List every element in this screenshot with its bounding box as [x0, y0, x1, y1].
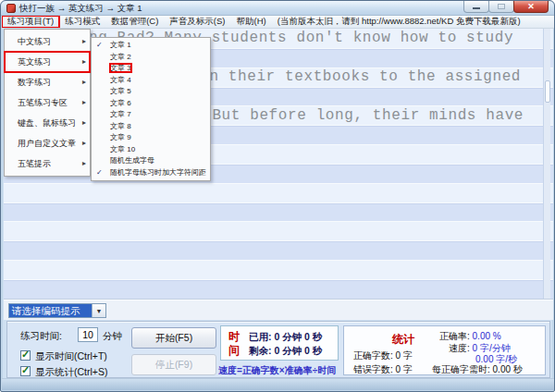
menu-item-sound[interactable]: 声音及标示(S)	[164, 16, 230, 28]
submenu-item-article-4[interactable]: 文章 4	[92, 75, 210, 87]
text-row	[4, 221, 553, 240]
input-row	[4, 202, 553, 222]
practice-project-menu: 中文练习▸ 英文练习▸ 数字练习▸ 五笔练习专区▸ 键盘、鼠标练习▸ 用户自定义…	[4, 29, 91, 177]
menu-item-wubi-hint[interactable]: 五笔提示▸	[5, 153, 90, 174]
start-button[interactable]: 开始(F5)	[131, 327, 216, 349]
submenu-arrow-icon: ▸	[82, 92, 86, 113]
time-box: 时 间 已用: 0 分钟 0 秒 剩余: 0 分钟 0 秒	[220, 325, 339, 361]
menu-item-wubi-zone[interactable]: 五笔练习专区▸	[5, 92, 90, 113]
app-icon	[6, 4, 16, 13]
submenu-item-article-10[interactable]: 文章 10	[92, 144, 210, 156]
submenu-arrow-icon: ▸	[82, 52, 86, 72]
submenu-item-article-9[interactable]: 文章 9	[92, 132, 210, 144]
submenu-arrow-icon: ▸	[82, 31, 86, 52]
app-window: 快打一族 → 英文练习 → 文章 1 ✕ 练习项目(T) 练习模式 数据管理(C…	[0, 0, 555, 392]
combobox-dropdown-button[interactable]: ▼	[92, 304, 105, 317]
practice-time-unit: 分钟	[103, 330, 122, 343]
english-practice-submenu: ✓文章 1 文章 2 文章 3 文章 4 文章 5 文章 6 文章 7 文章 8…	[91, 37, 211, 181]
input-row	[4, 240, 553, 260]
time-remaining: 剩余: 0 分钟 0 秒	[249, 345, 322, 358]
encoding-hint-selected-value: 请选择编码提示	[9, 304, 92, 317]
speed-formula: 速度=正确字数×准确率÷时间	[218, 364, 336, 377]
maximize-button[interactable]	[488, 1, 514, 13]
practice-time-label: 练习时间:	[20, 330, 62, 343]
check-icon: ✓	[21, 364, 30, 376]
menu-bar: 练习项目(T) 练习模式 数据管理(C) 声音及标示(S) 帮助(H) (当前版…	[2, 16, 555, 29]
time-char-bottom: 间	[228, 343, 240, 359]
wrong-count-stat: 错误字数: 0 字	[353, 363, 413, 376]
menu-item-custom-article[interactable]: 用户自定义文章▸	[5, 133, 90, 153]
minimize-button[interactable]	[463, 1, 489, 13]
control-panel: 练习时间: 分钟 ✓ 显示时间(Ctrl+T) ✓ 显示统计(Ctrl+S) 开…	[6, 321, 550, 378]
time-used: 已用: 0 分钟 0 秒	[249, 331, 322, 344]
menu-item-practice-mode[interactable]: 练习模式	[59, 16, 105, 28]
text-row	[4, 183, 553, 202]
per-char-time-stat: 每正确字需时: 0.00 秒	[432, 363, 523, 376]
submenu-item-article-8[interactable]: 文章 8	[92, 121, 210, 133]
menu-item-chinese-practice[interactable]: 中文练习▸	[5, 31, 90, 52]
menu-item-number-practice[interactable]: 数字练习▸	[5, 72, 90, 92]
chevron-down-icon: ▼	[96, 308, 103, 314]
submenu-item-article-6[interactable]: 文章 6	[92, 98, 210, 110]
check-icon: ✓	[96, 167, 103, 179]
scrollbar[interactable]	[543, 29, 550, 299]
submenu-item-article-7[interactable]: 文章 7	[92, 109, 210, 121]
window-bottom-border	[2, 378, 555, 390]
input-row	[4, 279, 553, 299]
close-button[interactable]: ✕	[513, 1, 549, 13]
maximize-icon	[498, 4, 505, 9]
title-bar[interactable]: 快打一族 → 英文练习 → 文章 1 ✕	[1, 1, 554, 16]
window-title: 快打一族 → 英文练习 → 文章 1	[19, 3, 142, 15]
close-icon: ✕	[527, 2, 535, 11]
minimize-icon	[473, 7, 480, 9]
practice-time-input[interactable]	[78, 327, 98, 342]
submenu-item-letter-spacing[interactable]: ✓随机字母练习时加大字符间距	[92, 167, 210, 179]
stop-button: 停止(F9)	[131, 354, 216, 375]
submenu-item-article-3[interactable]: 文章 3	[92, 63, 210, 75]
submenu-arrow-icon: ▸	[82, 113, 86, 133]
encoding-hint-row: 请选择编码提示 ▼	[4, 299, 553, 320]
show-stats-label: 显示统计(Ctrl+S)	[35, 366, 107, 379]
show-time-checkbox[interactable]: ✓	[20, 350, 31, 361]
menu-item-help[interactable]: 帮助(H)	[231, 16, 272, 28]
submenu-item-article-2[interactable]: 文章 2	[92, 52, 210, 64]
submenu-arrow-icon: ▸	[82, 133, 86, 153]
caption-buttons: ✕	[464, 1, 549, 13]
check-icon: ✓	[21, 349, 30, 361]
submenu-item-random-letters[interactable]: 随机生成字母	[92, 155, 210, 167]
stats-title: 统计	[392, 332, 414, 348]
menu-item-data-management[interactable]: 数据管理(C)	[105, 16, 164, 28]
check-icon: ✓	[96, 40, 103, 52]
menu-item-english-practice[interactable]: 英文练习▸	[5, 52, 90, 72]
submenu-item-article-5[interactable]: 文章 5	[92, 86, 210, 98]
menu-item-keyboard-mouse[interactable]: 键盘、鼠标练习▸	[5, 113, 90, 133]
text-row	[4, 260, 553, 279]
encoding-hint-combobox[interactable]: 请选择编码提示 ▼	[8, 303, 106, 318]
menu-item-practice-project[interactable]: 练习项目(T)	[2, 16, 59, 28]
stats-box: 统计 正确率: 0.00 % 速度: 0 字/分钟 0.00 字/秒 正确字数:…	[343, 325, 546, 375]
submenu-item-article-1[interactable]: ✓文章 1	[92, 40, 210, 52]
submenu-arrow-icon: ▸	[82, 153, 86, 174]
version-notice: (当前版本太旧，请到 http://www.8882.net/KD 免费下载最新…	[272, 16, 526, 28]
correct-count-stat: 正确字数: 0 字	[353, 349, 413, 362]
scrollbar-thumb[interactable]	[545, 80, 550, 103]
accuracy-stat: 正确率: 0.00 %	[439, 330, 501, 343]
show-time-label: 显示时间(Ctrl+T)	[35, 350, 107, 363]
show-stats-checkbox[interactable]: ✓	[20, 366, 31, 376]
submenu-arrow-icon: ▸	[82, 72, 86, 92]
